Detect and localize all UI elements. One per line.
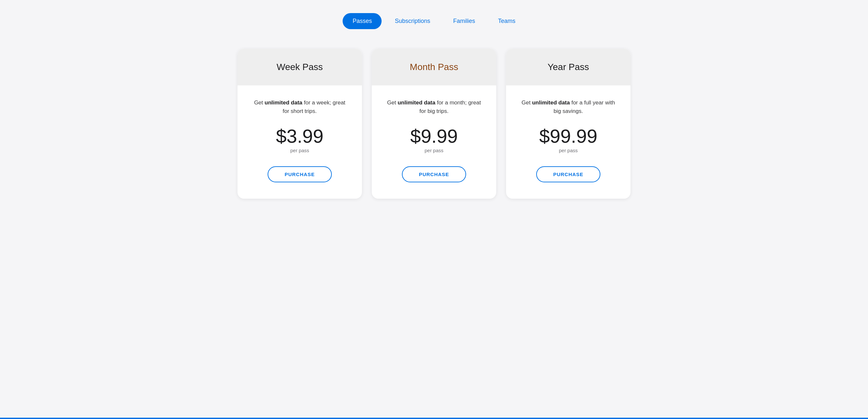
tab-families[interactable]: Families — [443, 13, 485, 29]
year-pass-title: Year Pass — [548, 62, 589, 72]
month-pass-header: Month Pass — [372, 49, 496, 86]
week-pass-title: Week Pass — [276, 62, 322, 72]
year-pass-body: Get unlimited data for a full year with … — [506, 86, 630, 199]
week-pass-price-label: per pass — [290, 148, 309, 153]
week-pass-bold: unlimited data — [265, 99, 302, 106]
tab-teams[interactable]: Teams — [488, 13, 525, 29]
year-pass-price: $99.99 — [539, 127, 597, 146]
week-pass-body: Get unlimited data for a week; great for… — [238, 86, 362, 199]
tab-passes[interactable]: Passes — [343, 13, 381, 29]
page-wrapper: Passes Subscriptions Families Teams Week… — [205, 0, 663, 218]
month-pass-description: Get unlimited data for a month; great fo… — [385, 99, 483, 115]
year-pass-description: Get unlimited data for a full year with … — [519, 99, 617, 115]
year-pass-purchase-button[interactable]: PURCHASE — [536, 166, 600, 182]
month-pass-purchase-button[interactable]: PURCHASE — [402, 166, 466, 182]
bottom-border-line — [0, 418, 868, 419]
month-pass-bold: unlimited data — [398, 99, 435, 106]
tab-navigation: Passes Subscriptions Families Teams — [343, 13, 525, 29]
month-pass-body: Get unlimited data for a month; great fo… — [372, 86, 496, 199]
year-pass-card: Year Pass Get unlimited data for a full … — [506, 49, 630, 199]
week-pass-description: Get unlimited data for a week; great for… — [251, 99, 349, 115]
cards-container: Week Pass Get unlimited data for a week;… — [211, 49, 657, 199]
year-pass-bold: unlimited data — [532, 99, 569, 106]
year-pass-price-label: per pass — [559, 148, 578, 153]
week-pass-purchase-button[interactable]: PURCHASE — [268, 166, 332, 182]
month-pass-price-label: per pass — [425, 148, 443, 153]
week-pass-price: $3.99 — [276, 127, 323, 146]
week-pass-header: Week Pass — [238, 49, 362, 86]
month-pass-title: Month Pass — [410, 62, 458, 72]
week-pass-card: Week Pass Get unlimited data for a week;… — [238, 49, 362, 199]
tab-subscriptions[interactable]: Subscriptions — [385, 13, 440, 29]
month-pass-price: $9.99 — [410, 127, 458, 146]
year-pass-header: Year Pass — [506, 49, 630, 86]
month-pass-card: Month Pass Get unlimited data for a mont… — [372, 49, 496, 199]
